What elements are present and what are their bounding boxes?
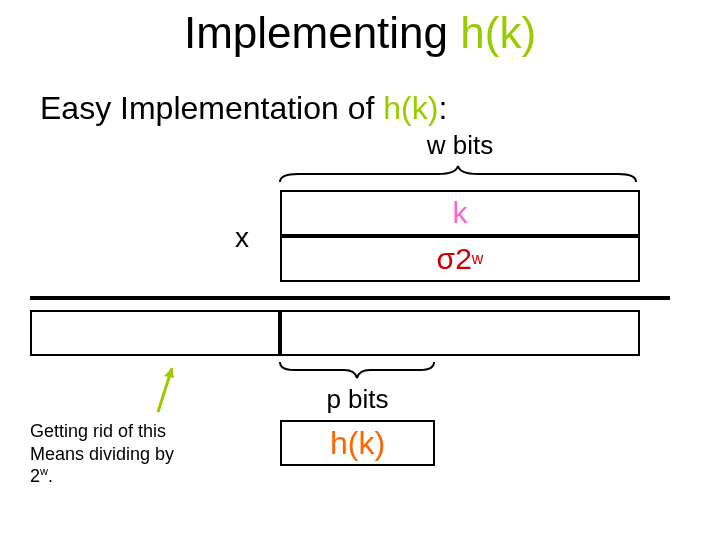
slide-title: Implementing h(k) <box>0 8 720 58</box>
cell-sigma2w: σ2w <box>280 236 640 282</box>
title-text: Implementing <box>184 8 460 57</box>
subtitle-hk: h(k) <box>383 90 438 126</box>
cell-sigma-sigma: σ <box>437 242 456 276</box>
slide-subtitle: Easy Implementation of h(k): <box>40 90 447 127</box>
multiply-rule <box>30 296 670 300</box>
cell-k: k <box>280 190 640 236</box>
caption-line1: Getting rid of this <box>30 421 166 441</box>
subtitle-prefix: Easy Implementation of <box>40 90 383 126</box>
multiply-symbol: x <box>235 222 249 254</box>
w-bits-label: w bits <box>280 130 640 161</box>
caption-line3-prefix: 2 <box>30 466 40 486</box>
result-left-cell <box>30 310 280 356</box>
result-right-cell <box>280 310 640 356</box>
brace-top-icon <box>278 164 638 184</box>
result-hk-box: h(k) <box>280 420 435 466</box>
subtitle-colon: : <box>438 90 447 126</box>
cell-sigma-two: 2 <box>455 242 472 276</box>
caption: Getting rid of this Means dividing by 2w… <box>30 420 240 488</box>
cell-k-text: k <box>453 196 468 230</box>
p-bits-label: p bits <box>280 384 435 415</box>
cell-sigma-exp: w <box>472 250 484 268</box>
caption-line3-suffix: . <box>48 466 53 486</box>
caption-line2: Means dividing by <box>30 444 174 464</box>
result-hk-text: h(k) <box>330 425 385 462</box>
arrow-icon <box>150 362 180 417</box>
title-hk: h(k) <box>460 8 536 57</box>
slide: Implementing h(k) Easy Implementation of… <box>0 0 720 540</box>
caption-line3-exp: w <box>40 465 48 477</box>
brace-bottom-icon <box>278 360 436 380</box>
